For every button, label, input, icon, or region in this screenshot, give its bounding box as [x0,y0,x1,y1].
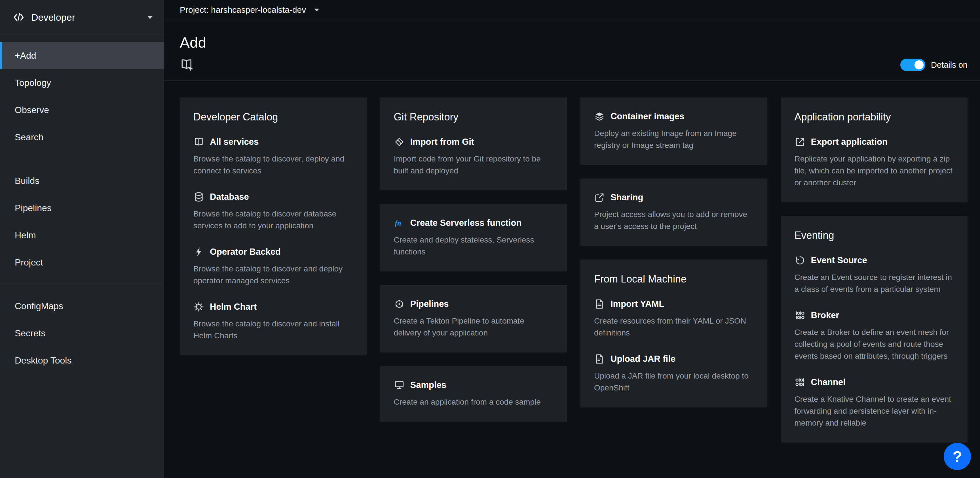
add-action-upload-jar-file[interactable]: Upload JAR file Upload a JAR file from y… [594,354,754,394]
item-head: Import from Git [394,137,554,147]
sidebar-item-helm[interactable]: Helm [0,222,164,249]
sidebar-item-topology[interactable]: Topology [0,69,164,96]
catalog-icon [193,137,204,147]
database-icon [193,192,204,202]
help-button[interactable]: ? [944,443,971,470]
nav-group-1: +Add Topology Observe Search [0,42,164,151]
sidebar-item-configmaps[interactable]: ConfigMaps [0,292,164,319]
action-label: Broker [811,310,839,321]
main-area: Project: harshcasper-localsta-dev Add De… [164,0,980,478]
add-action-create-serverless-function[interactable]: fn Create Serverless function Create and… [394,218,554,258]
nav-separator [0,284,164,284]
caret-down-icon [146,14,154,21]
action-label: Import YAML [611,299,664,309]
book-plus-icon [180,58,194,72]
nav-group-3: ConfigMaps Secrets Desktop Tools [0,292,164,374]
card-git-repository: Git Repository Import from Git Import co… [380,97,567,191]
add-action-database[interactable]: Database Browse the catalog to discover … [193,192,353,232]
sidebar-item-label: Pipelines [15,203,52,213]
action-label: Event Source [811,255,867,265]
card-title: From Local Machine [594,273,754,285]
action-label: Import from Git [410,137,474,147]
action-label: Channel [811,377,846,387]
add-action-samples[interactable]: Samples Create an application from a cod… [394,380,554,408]
card-application-portability: Application portability Export applicati… [781,97,968,202]
sidebar-item-observe[interactable]: Observe [0,96,164,124]
add-action-import-from-git[interactable]: Import from Git Import code from your Gi… [394,137,554,177]
add-action-channel[interactable]: Channel Create a Knative Channel to crea… [795,377,954,429]
sidebar-item-label: Builds [15,176,40,186]
sidebar-item-secrets[interactable]: Secrets [0,319,164,347]
event-source-icon [795,255,805,266]
caret-down-icon [313,6,320,13]
item-head: Container images [594,111,754,122]
add-action-all-services[interactable]: All services Browse the catalog to disco… [193,137,353,177]
pipelines-icon [394,299,405,310]
container-icon [594,111,605,122]
project-bar: Project: harshcasper-localsta-dev [164,0,980,21]
sidebar-item-label: Secrets [15,328,45,338]
perspective-switcher[interactable]: Developer [0,0,164,35]
serverless-fn-icon: fn [394,218,405,229]
sidebar-item-label: Topology [15,78,51,88]
action-description: Create a Broker to define an event mesh … [795,326,954,362]
project-selector[interactable]: Project: harshcasper-localsta-dev [180,5,320,15]
sidebar-item-search[interactable]: Search [0,124,164,151]
card-column: Application portability Export applicati… [781,97,968,443]
item-head: Export application [795,137,954,147]
item-head: Pipelines [394,299,554,310]
project-selector-label: Project: harshcasper-localsta-dev [180,5,306,15]
sidebar-item-add[interactable]: +Add [0,42,164,69]
action-description: Create and deploy stateless, Serverless … [394,234,554,258]
toggle-knob [915,60,924,70]
sidebar-item-label: Observe [15,105,49,115]
add-action-helm-chart[interactable]: Helm Chart Browse the catalog to discove… [193,302,353,342]
add-cards-grid: Developer Catalog All services Browse th… [164,81,980,443]
nav-separator [0,159,164,159]
broker-icon [795,310,805,321]
card-pipelines: Pipelines Create a Tekton Pipeline to au… [380,285,567,353]
perspective-label: Developer [31,12,146,23]
sidebar-item-project[interactable]: Project [0,249,164,276]
item-head: Import YAML [594,299,754,310]
sidebar-item-builds[interactable]: Builds [0,167,164,194]
sidebar-item-label: Helm [15,230,36,241]
sidebar-nav: +Add Topology Observe Search Builds Pipe… [0,35,164,374]
add-action-pipelines[interactable]: Pipelines Create a Tekton Pipeline to au… [394,299,554,339]
git-icon [394,137,405,147]
sidebar-item-desktop-tools[interactable]: Desktop Tools [0,347,164,374]
action-label: Helm Chart [210,302,257,312]
add-action-operator-backed[interactable]: Operator Backed Browse the catalog to di… [193,246,353,287]
sidebar-item-label: ConfigMaps [15,301,63,311]
item-head: Operator Backed [193,246,353,257]
card-samples: Samples Create an application from a cod… [380,366,567,422]
yaml-file-icon [594,299,605,310]
add-action-broker[interactable]: Broker Create a Broker to define an even… [795,310,954,362]
card-title: Git Repository [394,111,554,123]
jar-file-icon [594,354,605,364]
add-action-export-application[interactable]: Export application Replicate your applic… [795,137,954,189]
app-root: Developer +Add Topology Observe Search B… [0,0,980,478]
sidebar-item-label: Project [15,257,43,268]
sidebar-item-pipelines[interactable]: Pipelines [0,194,164,222]
nav-group-2: Builds Pipelines Helm Project [0,167,164,276]
action-description: Create an Event source to register inter… [795,272,954,295]
add-action-sharing[interactable]: Sharing Project access allows you to add… [594,192,754,232]
add-action-event-source[interactable]: Event Source Create an Event source to r… [795,255,954,295]
action-label: Export application [811,137,888,147]
sidebar-item-label: +Add [15,51,36,61]
action-description: Create a Tekton Pipeline to automate del… [394,315,554,339]
add-action-import-yaml[interactable]: Import YAML Create resources from their … [594,299,754,339]
action-description: Create resources from their YAML or JSON… [594,315,754,339]
card-column: Container images Deploy an existing Imag… [581,97,767,407]
action-label: All services [210,137,259,147]
action-description: Browse the catalog to discover, deploy a… [193,153,353,177]
card-from-local-machine: From Local Machine Import YAML Create re… [581,260,767,407]
add-action-container-images[interactable]: Container images Deploy an existing Imag… [594,111,754,151]
action-label: Pipelines [410,299,449,309]
action-label: Create Serverless function [410,218,522,228]
card-title: Application portability [795,111,954,123]
item-head: Helm Chart [193,302,353,312]
action-label: Upload JAR file [611,354,675,364]
details-toggle[interactable] [900,59,925,71]
